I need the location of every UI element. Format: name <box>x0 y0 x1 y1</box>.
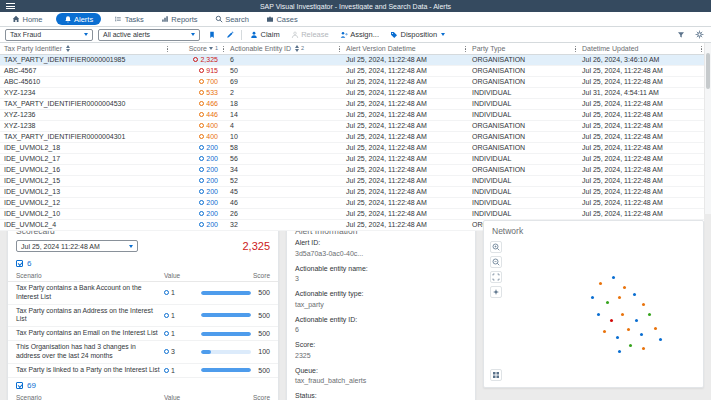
column-menu-icon[interactable] <box>575 46 577 53</box>
score-version-select[interactable]: Jul 25, 2024 11:22:48 AM <box>16 240 138 252</box>
scorecard-section-header[interactable]: 6 <box>8 256 278 270</box>
column-menu-icon[interactable] <box>223 46 225 53</box>
column-menu-icon[interactable] <box>339 46 341 53</box>
scenario-row[interactable]: Tax Party contains an Email on the Inter… <box>8 327 278 341</box>
graph-node[interactable] <box>629 344 632 347</box>
graph-node[interactable] <box>603 330 606 333</box>
section-checkbox[interactable] <box>16 260 23 267</box>
tab-reports[interactable]: Reports <box>157 14 202 25</box>
tab-tasks[interactable]: Tasks <box>110 14 148 25</box>
table-scrollbar[interactable] <box>704 43 711 214</box>
graph-node[interactable] <box>597 313 600 316</box>
graph-node[interactable] <box>618 350 621 353</box>
menu-icon[interactable] <box>6 3 15 9</box>
column-menu-icon[interactable] <box>167 46 169 53</box>
alert-row[interactable]: TAX_PARTY_IDENTIFIER000000430140010Jul 2… <box>0 131 704 142</box>
alert-row[interactable]: TAX_PARTY_IDENTIFIER000000453046618Jul 2… <box>0 98 704 109</box>
severity-icon <box>199 68 204 73</box>
fit-screen-icon[interactable] <box>490 271 502 283</box>
cell-tax-party-identifier: IDE_UVMOL2_16 <box>0 164 170 175</box>
graph-node[interactable] <box>635 319 638 322</box>
alert-row[interactable]: IDE_UVMOL2_1020026Jul 25, 2024, 11:22:48… <box>0 208 704 219</box>
network-graph[interactable] <box>508 239 697 381</box>
queue-select-value: Tax Fraud <box>10 31 41 38</box>
cell-actionable-entity-id: 52 <box>226 175 342 186</box>
alert-row[interactable]: IDE_UVMOL2_1520052Jul 25, 2024, 11:22:48… <box>0 175 704 186</box>
graph-node[interactable] <box>633 293 636 296</box>
queue-select[interactable]: Tax Fraud <box>5 29 93 41</box>
cell-alert-version-datetime: Jul 25, 2024, 11:22:48 AM <box>342 98 468 109</box>
alert-filter-select[interactable]: All active alerts <box>98 29 200 41</box>
scenario-row[interactable]: Tax Party is linked to a Party on the In… <box>8 364 278 378</box>
layout-star-icon[interactable] <box>490 286 502 298</box>
reports-icon <box>161 15 169 23</box>
graph-node[interactable] <box>627 328 630 331</box>
graph-node[interactable] <box>642 347 645 350</box>
graph-node[interactable] <box>616 336 619 339</box>
filter-icon[interactable] <box>674 28 687 41</box>
disposition-button[interactable]: Disposition <box>387 29 448 40</box>
column-header-party-type[interactable]: Party Type <box>468 43 578 54</box>
claim-button[interactable]: Claim <box>247 29 283 40</box>
alert-row[interactable]: XYZ-12384004Jul 25, 2024, 11:22:48 AMORG… <box>0 120 704 131</box>
graph-node[interactable] <box>599 282 602 285</box>
cell-alert-version-datetime: Jul 25, 2024, 11:22:48 AM <box>342 131 468 142</box>
alert-row[interactable]: ABC-4561070069Jul 25, 2024, 11:22:48 AMO… <box>0 76 704 87</box>
scenario-row[interactable]: This Organisation has had 3 changes in a… <box>8 341 278 364</box>
scorecard-card: Scorecard Jul 25, 2024 11:22:48 AM 2,325… <box>7 220 279 400</box>
alert-row[interactable]: IDE_UVMOL2_1320045Jul 25, 2024, 11:22:48… <box>0 186 704 197</box>
column-header-actionable-entity-id[interactable]: Actionable Entity ID2 <box>226 43 342 54</box>
cell-score: 200 <box>170 186 226 197</box>
assign-button[interactable]: Assign... <box>337 29 382 40</box>
scenario-row[interactable]: Tax Party contains a Bank Account on the… <box>8 282 278 305</box>
tab-search[interactable]: Search <box>211 14 253 25</box>
column-menu-icon[interactable] <box>465 46 467 53</box>
tab-alerts[interactable]: Alerts <box>56 13 102 25</box>
section-checkbox[interactable] <box>16 382 23 389</box>
cell-alert-version-datetime: Jul 25, 2024, 11:22:48 AM <box>342 164 468 175</box>
graph-node[interactable] <box>606 301 609 304</box>
scenario-row[interactable]: Tax Party contains an Address on the Int… <box>8 305 278 328</box>
settings-icon[interactable] <box>693 28 706 41</box>
graph-node[interactable] <box>654 327 657 330</box>
alert-row[interactable]: IDE_UVMOL2_1720056Jul 25, 2024, 11:22:48… <box>0 153 704 164</box>
column-header-tax-party-identifier[interactable]: Tax Party Identifier <box>0 43 170 54</box>
graph-node[interactable] <box>623 286 626 289</box>
alert-row[interactable]: TAX_PARTY_IDENTIFIER00000019852,3256Jul … <box>0 54 704 65</box>
field-label: Queue: <box>295 367 467 376</box>
column-header-datetime-updated[interactable]: Datetime Updated <box>578 43 704 54</box>
alert-row[interactable]: IDE_UVMOL2_1820058Jul 25, 2024, 11:22:48… <box>0 142 704 153</box>
graph-node[interactable] <box>659 338 662 341</box>
graph-node[interactable] <box>610 319 613 322</box>
release-button[interactable]: Release <box>288 29 332 40</box>
grid-icon[interactable] <box>490 369 502 381</box>
alert-row[interactable]: IDE_UVMOL2_1620034Jul 25, 2024, 11:22:48… <box>0 164 704 175</box>
cell-score: 200 <box>170 164 226 175</box>
user-avatar-icon[interactable] <box>696 2 705 11</box>
scorecard-section-header[interactable]: 69 <box>8 378 278 392</box>
graph-node[interactable] <box>612 276 615 279</box>
cell-alert-version-datetime: Jul 25, 2024, 11:22:48 AM <box>342 153 468 164</box>
alert-row[interactable]: IDE_UVMOL2_1220046Jul 25, 2024, 11:22:48… <box>0 197 704 208</box>
tab-home[interactable]: Home <box>8 14 47 25</box>
column-header-score[interactable]: Score1 <box>170 43 226 54</box>
alert-row[interactable]: XYZ-123644614Jul 25, 2024, 11:22:48 AMIN… <box>0 109 704 120</box>
graph-node[interactable] <box>642 303 645 306</box>
graph-node[interactable] <box>618 296 621 299</box>
cell-tax-party-identifier: IDE_UVMOL2_12 <box>0 197 170 208</box>
alert-row[interactable]: ABC-456791550Jul 25, 2024, 11:22:48 AMOR… <box>0 65 704 76</box>
graph-node[interactable] <box>591 296 594 299</box>
graph-node[interactable] <box>621 313 624 316</box>
alert-row[interactable]: XYZ-12345332Jul 25, 2024, 11:22:48 AMIND… <box>0 87 704 98</box>
cell-datetime-updated: Jul 25, 2024, 11:22:48 AM <box>578 109 704 120</box>
zoom-out-icon[interactable] <box>490 256 502 268</box>
column-header-alert-version-datetime[interactable]: Alert Version Datetime <box>342 43 468 54</box>
tab-cases[interactable]: Cases <box>262 14 302 25</box>
zoom-in-icon[interactable] <box>490 241 502 253</box>
edit-icon[interactable] <box>223 28 236 41</box>
column-menu-icon[interactable] <box>701 46 703 53</box>
graph-node[interactable] <box>640 333 643 336</box>
scrollbar-thumb[interactable] <box>706 53 710 89</box>
bookmark-icon[interactable] <box>205 28 218 41</box>
graph-node[interactable] <box>648 313 651 316</box>
